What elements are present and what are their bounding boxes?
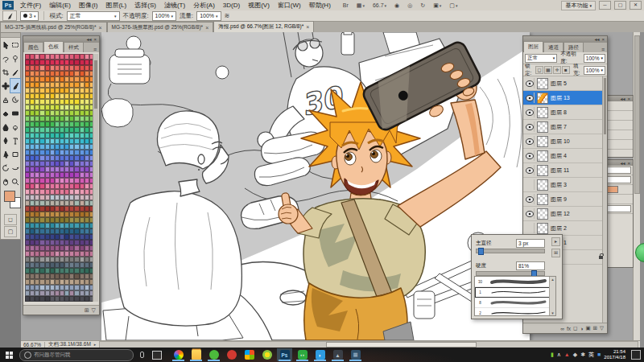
quick-mask-button[interactable]: ◻ <box>4 214 17 225</box>
menu-item[interactable]: 文件(F) <box>16 0 45 10</box>
minimize-button[interactable]: ─ <box>599 1 611 10</box>
network-icon[interactable]: ✱ <box>580 348 585 361</box>
taskbar-app-browser-green[interactable] <box>206 348 221 361</box>
layer-row[interactable]: 图层 12 <box>523 207 607 221</box>
taskbar-app-image-viewer[interactable]: ▲ <box>330 348 345 361</box>
layer-thumbnail[interactable] <box>537 78 548 89</box>
volume-icon[interactable]: ◆ <box>573 348 577 361</box>
document-tab[interactable]: 海报.psd @ 66.7%(图层 12, RGB/8)*× <box>213 21 314 32</box>
layer-fill-input[interactable]: 100%▾ <box>584 66 605 75</box>
layer-thumbnail[interactable] <box>537 223 548 234</box>
task-view-button[interactable] <box>152 351 162 360</box>
type-tool[interactable] <box>10 134 20 147</box>
taskbar-app-ms-store[interactable] <box>242 348 257 361</box>
diameter-slider[interactable] <box>476 249 545 253</box>
layer-row[interactable]: 图层 7 <box>523 120 607 134</box>
close-tab-icon[interactable]: × <box>205 25 208 31</box>
brush-preset-row[interactable]: 2 <box>475 308 555 316</box>
taskbar-app-music-red[interactable] <box>224 348 239 361</box>
visibility-toggle[interactable] <box>525 194 535 204</box>
opacity-input[interactable]: 100%▾ <box>152 11 176 21</box>
brush-preset-row[interactable]: 8 <box>475 298 555 308</box>
link-layers-icon[interactable]: ∞ <box>560 326 564 331</box>
panel-menu-icon[interactable]: ≡ <box>91 47 99 52</box>
taskbar-app-wechat[interactable]: ◖◗ <box>295 348 310 361</box>
crop-tool[interactable] <box>1 65 10 79</box>
swatches-scrollbar[interactable] <box>93 54 98 302</box>
close-icon[interactable]: × <box>93 37 97 42</box>
taskbar-app-photos-app[interactable] <box>171 348 186 361</box>
path-selection-tool[interactable] <box>1 147 10 161</box>
new-swatch-icon[interactable]: ⊞ <box>85 307 89 314</box>
menu-item[interactable]: 编辑(E) <box>45 0 75 10</box>
new-layer-icon[interactable]: ⊞ <box>593 325 597 331</box>
taskbar-app-image-file[interactable]: ▦ <box>348 348 363 361</box>
pen-tool[interactable] <box>1 134 10 147</box>
usb-status-icon[interactable]: ▮ <box>551 348 554 361</box>
dodge-tool[interactable] <box>10 120 20 134</box>
close-tab-icon[interactable]: × <box>99 25 102 31</box>
taskbar-clock[interactable]: 21:54 2017/4/18 <box>604 349 625 360</box>
close-button[interactable]: ✕ <box>630 1 642 10</box>
document-tab[interactable]: MG-375-插画线稿.psd @ 25%(RGB/8)*× <box>0 22 107 32</box>
brush-preset-picker[interactable]: 3 ▾ <box>20 11 39 21</box>
action-center-icon[interactable] <box>631 350 641 360</box>
taskbar-app-globe-app[interactable] <box>259 348 275 361</box>
3d-rotate-tool[interactable] <box>1 161 10 175</box>
eraser-tool[interactable] <box>1 106 10 120</box>
airbrush-icon[interactable]: ≋ <box>225 12 230 19</box>
lock-icon[interactable]: ◻ <box>535 66 543 74</box>
layer-mask-icon[interactable]: ◻ <box>573 325 577 331</box>
layer-group-icon[interactable]: ▣ <box>585 325 590 331</box>
layer-style-icon[interactable]: fx <box>567 326 571 331</box>
menu-item[interactable]: 3D(D) <box>219 0 244 10</box>
brush-preset-row[interactable]: 1 <box>475 287 555 298</box>
hidden-icons-chevron[interactable]: ∧ <box>557 348 561 361</box>
taskbar-app-photoshop[interactable]: Ps <box>277 348 292 361</box>
zoom-level[interactable]: 66.7▾ <box>369 0 390 10</box>
layer-opacity-input[interactable]: 100%▾ <box>584 54 605 63</box>
app-icon[interactable]: Ps <box>2 1 14 10</box>
swatches-tab-颜色[interactable]: 颜色 <box>23 42 43 52</box>
brush-preset-row[interactable]: 30 <box>475 277 555 287</box>
close-icon[interactable]: × <box>601 37 605 42</box>
panel-menu-icon[interactable]: ≡ <box>599 47 607 52</box>
hand-icon[interactable]: ◉ <box>391 0 402 10</box>
collapse-icon[interactable]: ◂◂ <box>86 37 91 42</box>
visibility-toggle[interactable] <box>525 107 535 117</box>
arrange-documents-icon[interactable]: ▣▾ <box>430 0 444 10</box>
zoom-icon[interactable]: ◎ <box>404 0 415 10</box>
marquee-tool[interactable] <box>10 38 20 51</box>
lasso-tool[interactable] <box>1 51 10 65</box>
layer-thumbnail[interactable] <box>537 208 548 220</box>
layer-row[interactable]: 图层 10 <box>523 134 607 149</box>
hand-tool[interactable] <box>1 175 10 188</box>
bridge-icon[interactable]: Br <box>340 0 352 10</box>
blur-tool[interactable] <box>1 120 10 134</box>
canvas-artwork[interactable]: 30 <box>101 32 530 340</box>
history-brush-tool[interactable] <box>10 93 20 106</box>
start-button[interactable] <box>0 348 18 362</box>
hardness-value[interactable]: 81% <box>516 261 545 270</box>
layer-row[interactable]: 图层 3 <box>523 178 607 192</box>
eyedropper-tool[interactable] <box>10 65 20 79</box>
microphone-icon[interactable] <box>138 351 145 359</box>
visibility-toggle[interactable] <box>525 223 535 233</box>
visibility-toggle[interactable] <box>525 136 535 146</box>
document-tab[interactable]: MG-376-场景草图.psd @ 25%(RGB/8)*× <box>107 22 214 32</box>
new-preset-button[interactable]: ⊞ <box>551 249 560 257</box>
swatches-tab-色板[interactable]: 色板 <box>43 41 64 52</box>
visibility-toggle[interactable] <box>525 208 535 219</box>
stroke-scrollbar[interactable]: ▴▾ <box>549 277 555 315</box>
layer-thumbnail[interactable] <box>537 136 548 147</box>
3d-roll-tool[interactable] <box>10 161 20 175</box>
layers-scrollbar[interactable] <box>602 76 607 323</box>
layer-row[interactable]: 图层 5 <box>523 76 607 91</box>
visibility-toggle[interactable] <box>525 165 535 175</box>
rotate-view-icon[interactable]: ↻ <box>417 0 428 10</box>
layer-row[interactable]: 图层 8 <box>523 105 607 120</box>
visibility-toggle[interactable] <box>525 179 535 190</box>
screen-mode-button[interactable]: ▢ <box>4 226 17 237</box>
ime-indicator[interactable]: 英 <box>588 348 594 361</box>
layer-thumbnail[interactable] <box>537 150 548 162</box>
